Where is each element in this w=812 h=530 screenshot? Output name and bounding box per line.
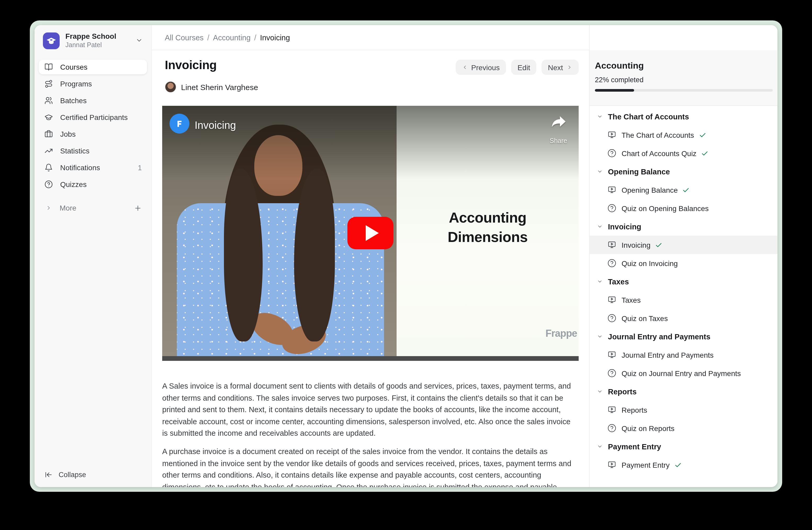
sidebar-item-statistics[interactable]: Statistics	[39, 143, 147, 158]
outline-item-label: Quiz on Opening Balances	[622, 204, 709, 212]
monitor-play-icon	[607, 405, 616, 414]
next-label: Next	[548, 63, 563, 71]
user-name: Jannat Patel	[66, 41, 116, 49]
sidebar-item-certified-participants[interactable]: Certified Participants	[39, 110, 147, 125]
course-progress-header: Accounting 22% completed	[590, 50, 778, 106]
check-icon	[675, 461, 682, 469]
outline-lesson-the-chart-of-accounts[interactable]: The Chart of Accounts	[590, 126, 778, 144]
outline-section-label: Opening Balance	[608, 167, 670, 176]
outline-lesson-opening-balance[interactable]: Opening Balance	[590, 181, 778, 199]
edit-button[interactable]: Edit	[511, 60, 536, 75]
chevron-down-icon	[597, 279, 603, 284]
outline-quiz-quiz-on-reports[interactable]: Quiz on Reports	[590, 419, 778, 437]
graduation-cap-logo-icon	[45, 35, 57, 46]
users-icon	[44, 96, 53, 105]
outline-section-journal-entry-and-payments[interactable]: Journal Entry and Payments	[590, 327, 778, 346]
sidebar-item-label: Courses	[60, 63, 87, 71]
collapse-sidebar-button[interactable]: Collapse	[39, 467, 147, 482]
sidebar-item-label: Programs	[60, 80, 92, 88]
outline-quiz-quiz-on-journal-entry-and-payments[interactable]: Quiz on Journal Entry and Payments	[590, 364, 778, 382]
outline-item-label: Chart of Accounts Quiz	[622, 149, 696, 157]
outline-quiz-chart-of-accounts-quiz[interactable]: Chart of Accounts Quiz	[590, 144, 778, 162]
lesson-body: A Sales invoice is a formal document sen…	[162, 380, 578, 487]
previous-button[interactable]: Previous	[455, 60, 506, 75]
outline-lesson-reports[interactable]: Reports	[590, 401, 778, 419]
help-circle-icon	[607, 369, 616, 378]
outline-lesson-invoicing[interactable]: Invoicing	[590, 236, 778, 254]
outline-section-reports[interactable]: Reports	[590, 382, 778, 401]
author-avatar	[165, 81, 176, 93]
outline-quiz-quiz-on-opening-balances[interactable]: Quiz on Opening Balances	[590, 199, 778, 217]
sidebar-menu: CoursesProgramsBatchesCertified Particip…	[39, 60, 147, 194]
plus-icon[interactable]	[134, 204, 142, 212]
outline-section-label: Reports	[608, 387, 637, 396]
help-circle-icon	[607, 259, 616, 268]
play-button[interactable]	[347, 217, 393, 249]
monitor-play-icon	[607, 350, 616, 359]
check-icon	[701, 150, 708, 157]
sidebar-item-label: Jobs	[60, 130, 76, 138]
sidebar-item-quizzes[interactable]: Quizzes	[39, 177, 147, 192]
chevron-right-icon	[567, 65, 572, 70]
outline-section-label: Journal Entry and Payments	[608, 332, 710, 341]
briefcase-icon	[44, 130, 53, 138]
monitor-play-icon	[607, 460, 616, 469]
video-player[interactable]: Accounting Dimensions Frappe Invoicing S…	[162, 106, 579, 361]
outline-quiz-quiz-on-invoicing[interactable]: Quiz on Invoicing	[590, 254, 778, 272]
course-progress-text: 22% completed	[595, 76, 773, 84]
outline-item-label: Quiz on Journal Entry and Payments	[622, 369, 741, 377]
notification-count-badge: 1	[138, 164, 142, 171]
outline-item-label: Quiz on Invoicing	[622, 259, 678, 267]
monitor-play-icon	[607, 130, 616, 139]
frappe-f-icon	[174, 118, 185, 129]
sidebar-item-jobs[interactable]: Jobs	[39, 127, 147, 141]
channel-avatar[interactable]	[170, 114, 189, 134]
collapse-label: Collapse	[59, 471, 86, 478]
help-circle-icon	[607, 314, 616, 323]
breadcrumb: All Courses / Accounting / Invoicing	[165, 25, 290, 50]
share-button[interactable]: Share	[550, 113, 567, 145]
breadcrumb-accounting[interactable]: Accounting	[213, 33, 251, 42]
sidebar-more-label: More	[60, 204, 76, 212]
sidebar-item-courses[interactable]: Courses	[39, 60, 147, 74]
sidebar-item-programs[interactable]: Programs	[39, 76, 147, 91]
video-progress-bar[interactable]	[162, 356, 579, 361]
next-button[interactable]: Next	[541, 60, 579, 75]
outline-section-invoicing[interactable]: Invoicing	[590, 217, 778, 236]
sidebar-item-label: Notifications	[60, 163, 100, 172]
outline-section-payment-entry[interactable]: Payment Entry	[590, 437, 778, 456]
video-title[interactable]: Invoicing	[194, 120, 236, 131]
outline-section-opening-balance[interactable]: Opening Balance	[590, 162, 778, 181]
workspace-info: Frappe School Jannat Patel	[66, 32, 116, 49]
help-circle-icon	[607, 424, 616, 433]
left-sidebar: Frappe School Jannat Patel CoursesProgra…	[34, 25, 152, 487]
outline-lesson-journal-entry-and-payments[interactable]: Journal Entry and Payments	[590, 346, 778, 364]
previous-label: Previous	[471, 63, 499, 71]
chevron-down-icon[interactable]	[135, 37, 143, 44]
sidebar-item-batches[interactable]: Batches	[39, 93, 147, 108]
outline-lesson-payment-entry[interactable]: Payment Entry	[590, 456, 778, 474]
breadcrumb-current: Invoicing	[260, 33, 290, 42]
outline-section-the-chart-of-accounts[interactable]: The Chart of Accounts	[590, 107, 778, 126]
outline-section-label: Payment Entry	[608, 442, 661, 451]
author-name: Linet Sherin Varghese	[181, 83, 258, 92]
sidebar-item-notifications[interactable]: Notifications1	[39, 160, 147, 175]
workspace-switcher[interactable]: Frappe School Jannat Patel	[34, 25, 151, 49]
outline-item-label: Payment Entry	[622, 461, 670, 469]
outline-item-label: Reports	[622, 406, 647, 414]
course-outline: The Chart of AccountsThe Chart of Accoun…	[590, 106, 778, 474]
edit-label: Edit	[518, 63, 530, 71]
breadcrumb-all-courses[interactable]: All Courses	[165, 33, 204, 42]
outline-item-label: Taxes	[622, 296, 641, 304]
book-open-icon	[44, 63, 53, 71]
route-icon	[44, 80, 53, 88]
school-name: Frappe School	[66, 32, 116, 41]
outline-item-label: Quiz on Reports	[622, 424, 675, 432]
outline-quiz-quiz-on-taxes[interactable]: Quiz on Taxes	[590, 309, 778, 327]
outline-lesson-taxes[interactable]: Taxes	[590, 291, 778, 309]
page-title: Invoicing	[165, 58, 217, 72]
outline-section-taxes[interactable]: Taxes	[590, 272, 778, 291]
chevron-down-icon	[597, 389, 603, 394]
lesson-author: Linet Sherin Varghese	[165, 81, 258, 93]
sidebar-item-more[interactable]: More	[39, 200, 147, 215]
